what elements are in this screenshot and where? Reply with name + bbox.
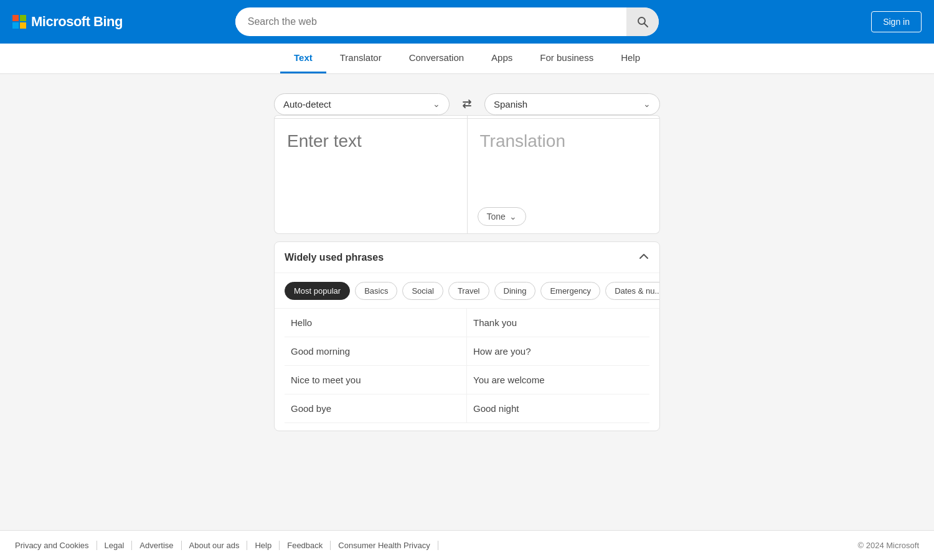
search-input[interactable] [235,16,626,27]
logo-text: Microsoft Bing [31,14,123,30]
nav: Text Translator Conversation Apps For bu… [0,44,934,74]
nav-item-translator[interactable]: Translator [326,44,395,73]
phrase-item-good-bye[interactable]: Good bye [285,394,467,423]
source-lang-chevron-down-icon [433,99,440,109]
phrase-tab-basics[interactable]: Basics [355,282,397,300]
tone-button[interactable]: Tone [478,207,526,226]
phrase-tab-emergency[interactable]: Emergency [540,282,600,300]
phrase-item-good-night[interactable]: Good night [467,394,649,423]
phrases-title: Widely used phrases [285,252,384,263]
source-language-label: Auto-detect [283,99,331,110]
search-bar-wrapper [235,7,659,36]
source-text-panel [275,119,468,233]
logo-square-blue [12,22,19,29]
source-language-selector[interactable]: Auto-detect [274,93,450,115]
search-icon [636,16,649,28]
phrases-grid: Hello Thank you Good morning How are you… [275,309,659,431]
translation-panel: Translation Tone [274,119,660,234]
nav-item-conversation[interactable]: Conversation [395,44,478,73]
panel-header-right [468,116,660,118]
chevron-up-icon [638,251,649,262]
phrase-item-thank-you[interactable]: Thank you [467,309,649,337]
phrase-item-good-morning[interactable]: Good morning [285,337,467,366]
footer: Privacy and Cookies Legal Advertise Abou… [0,530,934,560]
source-text-input[interactable] [287,131,455,221]
footer-link-advertise[interactable]: Advertise [132,541,181,550]
logo-square-green [20,15,26,21]
bing-logo-squares [12,15,26,29]
logo-square-yellow [20,22,26,29]
phrase-tab-social[interactable]: Social [402,282,443,300]
panel-header-left [275,116,468,118]
nav-item-help[interactable]: Help [607,44,654,73]
footer-link-help[interactable]: Help [247,541,280,550]
phrase-tab-travel[interactable]: Travel [448,282,489,300]
target-lang-chevron-down-icon [643,99,651,109]
tone-chevron-down-icon [509,212,517,222]
footer-copyright: © 2024 Microsoft [858,541,919,550]
phrases-section: Widely used phrases Most popular Basics … [274,241,660,431]
nav-item-text[interactable]: Text [280,44,326,73]
swap-icon [461,98,473,110]
phrase-tab-dates-numbers[interactable]: Dates & nu... [605,282,659,300]
target-language-label: Spanish [494,99,527,110]
phrase-item-nice-to-meet-you[interactable]: Nice to meet you [285,366,467,394]
translation-output: Translation [480,131,648,151]
nav-item-for-business[interactable]: For business [526,44,607,73]
footer-link-about-ads[interactable]: About our ads [182,541,248,550]
logo-square-red [12,15,19,21]
tone-label: Tone [487,212,506,222]
main-content: Auto-detect Spanish T [0,74,934,530]
phrases-header: Widely used phrases [275,242,659,273]
phrase-item-hello[interactable]: Hello [285,309,467,337]
svg-line-1 [644,24,648,27]
translator-container: Auto-detect Spanish T [274,93,660,511]
language-selector-row: Auto-detect Spanish [274,93,660,115]
phrase-item-how-are-you[interactable]: How are you? [467,337,649,366]
phrases-collapse-button[interactable] [638,251,649,264]
footer-link-legal[interactable]: Legal [97,541,133,550]
search-bar [235,7,659,36]
logo-link[interactable]: Microsoft Bing [12,14,123,30]
header: Microsoft Bing Sign in [0,0,934,44]
search-button[interactable] [626,7,659,36]
phrase-tab-most-popular[interactable]: Most popular [285,282,350,300]
sign-in-button[interactable]: Sign in [871,11,922,32]
target-text-panel: Translation Tone [468,119,660,233]
footer-link-consumer-health[interactable]: Consumer Health Privacy [331,541,438,550]
footer-link-privacy[interactable]: Privacy and Cookies [15,541,97,550]
phrase-item-you-are-welcome[interactable]: You are welcome [467,366,649,394]
target-language-selector[interactable]: Spanish [484,93,660,115]
phrase-tabs: Most popular Basics Social Travel Dining… [275,273,659,309]
nav-item-apps[interactable]: Apps [478,44,526,73]
footer-link-feedback[interactable]: Feedback [280,541,331,550]
phrase-tab-dining[interactable]: Dining [494,282,536,300]
swap-languages-button[interactable] [456,93,478,115]
